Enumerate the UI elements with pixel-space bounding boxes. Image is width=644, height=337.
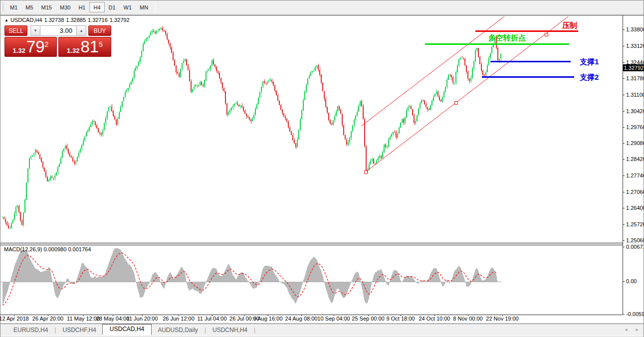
price-axis-label: 1.25720 (626, 221, 644, 227)
timeframe-toolbar: M1M5M15M30H1H4D1W1MN (0, 0, 644, 14)
chart-tab-bar: EURUSD,H4|USDCHF,H4USDCAD,H4AUDUSD,Daily… (0, 325, 644, 336)
sell-price-quote[interactable]: 1.32792 (4, 37, 57, 57)
axis-tick (623, 175, 625, 176)
ohlc-close: 1.32792 (110, 17, 130, 23)
lot-increase-button[interactable]: ▲ (76, 25, 86, 36)
sell-price-prefix: 1.32 (13, 47, 25, 54)
ohlc-open: 1.32738 (44, 17, 64, 23)
timeframe-buttons: M1M5M15M30H1H4D1W1MN (6, 2, 152, 12)
price-axis-label: 1.27060 (626, 189, 644, 195)
date-tick (212, 315, 213, 316)
timeframe-button-mn[interactable]: MN (136, 2, 152, 12)
axis-tick (623, 62, 625, 63)
axis-tick (623, 127, 625, 128)
axis-tick (623, 314, 625, 315)
price-axis-label: 1.31100 (626, 92, 644, 98)
date-tick (401, 315, 401, 316)
symbol-collapse-icon[interactable]: ▲ (4, 18, 8, 22)
current-price-badge: 1.32792 (623, 64, 644, 71)
price-axis-label: 1.27740 (626, 172, 644, 178)
tab-usdchf-h4[interactable]: USDCHF,H4 (56, 325, 102, 335)
tab-scroll-left-icon[interactable]: ◄ (623, 327, 630, 334)
date-tick (434, 315, 435, 316)
axis-tick (623, 95, 625, 95)
axis-tick (623, 46, 625, 46)
price-axis: 1.32792 1.338001.331201.324401.317801.31… (623, 14, 644, 324)
macd-axis-label: -0.005925 (626, 311, 644, 317)
tab-scroll-controls: ◄ ► (623, 327, 641, 334)
date-axis-label: 11 Jul 04:00 (197, 316, 226, 322)
price-axis-label: 1.33800 (626, 26, 644, 32)
timeframe-button-m5[interactable]: M5 (21, 2, 37, 12)
tabbar-top-border (0, 324, 644, 324)
tab-usdcad-h4[interactable]: USDCAD,H4 (102, 324, 152, 335)
date-axis-label: 10 Sep 04:00 (317, 316, 350, 322)
timeframe-button-m15[interactable]: M15 (37, 2, 56, 12)
date-tick (14, 315, 14, 316)
date-tick (179, 315, 179, 316)
ohlc-low: 1.32716 (88, 17, 108, 23)
pivot-label: 多空转折点 (488, 33, 526, 43)
tab-eurusd-h4[interactable]: EURUSD,H4 (7, 325, 54, 335)
ohlc-high: 1.32885 (66, 17, 86, 23)
price-axis-label: 1.32440 (626, 59, 644, 65)
date-axis-label: 26 Jun 12:00 (163, 316, 195, 322)
axis-tick (623, 192, 625, 192)
date-axis-label: 11 May 12:00 (67, 316, 100, 322)
timeframe-button-m1[interactable]: M1 (6, 2, 21, 12)
sell-price-big: 79 (26, 39, 45, 54)
date-axis-label: 9 Aug 16:00 (253, 316, 283, 322)
axis-tick (623, 281, 625, 282)
date-axis-label: 12 Apr 2018 (0, 316, 29, 322)
sell-button[interactable]: SELL (4, 25, 27, 36)
timeframe-button-m30[interactable]: M30 (56, 2, 74, 12)
toolbar-grip-handle[interactable] (1, 2, 4, 12)
tab-scroll-right-icon[interactable]: ► (634, 327, 641, 334)
macd-indicator-canvas[interactable] (0, 245, 623, 315)
support1-label: 支撑1 (580, 57, 599, 67)
date-tick (48, 315, 48, 316)
date-axis-label: 26 Apr 20:00 (32, 316, 63, 322)
buy-button[interactable]: BUY (88, 25, 111, 36)
date-tick (83, 315, 84, 316)
timeframe-button-h4[interactable]: H4 (89, 2, 104, 12)
support2-label: 支撑2 (580, 73, 599, 82)
price-axis-label: 1.29760 (626, 124, 644, 130)
date-axis-label: 25 Sep 00:00 (352, 316, 384, 322)
timeframe-button-h1[interactable]: H1 (74, 2, 89, 12)
axis-border (623, 15, 623, 315)
tab-separator: | (253, 327, 256, 334)
macd-pane-bottom-border (0, 315, 623, 315)
date-tick (468, 315, 468, 316)
tab-audusd-daily[interactable]: AUDUSD,Daily (152, 325, 204, 335)
price-axis-label: 1.26400 (626, 205, 644, 211)
lot-size-input[interactable] (40, 25, 76, 36)
axis-tick (623, 208, 625, 208)
date-axis-label: 8 Nov 00:00 (453, 316, 482, 322)
axis-tick (623, 111, 625, 112)
buy-price-big: 81 (80, 39, 99, 54)
lot-decrease-button[interactable]: ▼ (30, 25, 40, 36)
date-axis-label: 9 Oct 18:00 (387, 316, 415, 322)
sell-price-sup: 2 (45, 41, 49, 47)
macd-header: MACD(12,26,9) 0.000980 0.001764 (4, 246, 91, 252)
price-axis-label: 1.31780 (626, 75, 644, 81)
date-axis-label: 11 Jun 20:00 (127, 316, 158, 322)
chart-ohlc-header: ▲USDCAD,H41.327381.328851.327161.32792 (4, 17, 132, 23)
axis-tick (623, 143, 625, 144)
timeframe-button-d1[interactable]: D1 (105, 2, 120, 12)
tab-usdcnh-h4[interactable]: USDCNH,H4 (207, 325, 253, 335)
price-axis-label: 1.29080 (626, 140, 644, 146)
axis-tick (623, 247, 625, 247)
date-tick (301, 315, 302, 316)
date-axis-label: 24 Aug 08:00 (285, 316, 318, 322)
chart-symbol: USDCAD,H4 (10, 17, 42, 23)
buy-price-quote[interactable]: 1.32815 (58, 37, 111, 57)
date-axis-label: 28 May 04:00 (96, 316, 130, 322)
timeframe-button-w1[interactable]: W1 (120, 2, 136, 12)
date-tick (334, 315, 334, 316)
resistance-label: 压制 (562, 21, 577, 30)
price-axis-label: 1.28420 (626, 156, 644, 162)
date-tick (244, 315, 245, 316)
date-tick (113, 315, 113, 316)
